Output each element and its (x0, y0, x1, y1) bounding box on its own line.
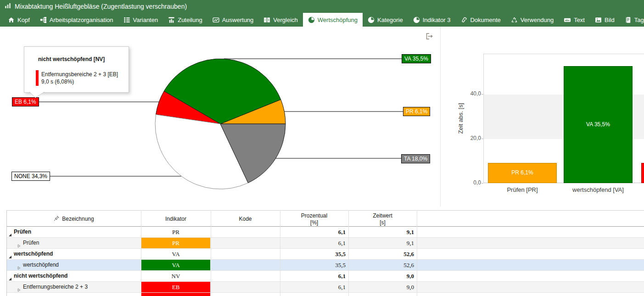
table-grid-line (141, 210, 141, 296)
cell-zeitwert: 9,1 (348, 227, 414, 237)
y-tick-mark (482, 139, 483, 139)
bar-value-label: VA 35,5% (586, 121, 610, 128)
cell-indicator-chip: EB (141, 282, 210, 292)
home-icon (8, 17, 15, 23)
pie-callout-va[interactable]: VA 35,5% (402, 54, 431, 63)
column-header-bezeichnung[interactable]: Bezeichnung (6, 211, 141, 227)
paperclip-icon (460, 17, 467, 23)
cell-zeitwert: 9,0 (348, 271, 414, 281)
cell-prozentual: 6,1 (280, 271, 346, 281)
cell-indicator: NV (141, 271, 211, 281)
tab-wertsch-pfung[interactable]: Wertschöpfung (303, 13, 363, 27)
table-grid-line (417, 210, 417, 296)
tab-tagebuch[interactable]: Tagebuch (620, 13, 644, 27)
tab-label: Kopf (17, 17, 30, 23)
y-tick-mark (482, 94, 483, 95)
tab-indikator-3[interactable]: Indikator 3 (408, 13, 456, 27)
table-grid-line (280, 210, 280, 296)
tab-label: Auswertung (222, 17, 254, 23)
cell-bezeichnung: nicht wertschöpfend (14, 271, 67, 281)
cell-bezeichnung: wertschöpfend (23, 260, 59, 270)
column-sub-label: [s] (380, 219, 386, 226)
column-header-zeitwert[interactable]: Zeitwert[s] (348, 211, 417, 227)
recycle-icon (511, 17, 518, 23)
cell-kode (211, 260, 280, 270)
cell-kode (211, 293, 280, 296)
tab-bild[interactable]: Bild (590, 13, 620, 27)
table-row[interactable]: PrüfenPR6,19,1 (6, 238, 644, 249)
tab-label: Vergleich (273, 17, 297, 23)
tab-verwendung[interactable]: Verwendung (506, 13, 559, 27)
panel-divider (440, 27, 441, 207)
abc-icon: abc (564, 17, 571, 23)
bar-clipped[interactable] (641, 163, 644, 183)
column-label: Kode (239, 216, 252, 222)
tab-dokumente[interactable]: Dokumente (455, 13, 505, 27)
export-icon[interactable] (424, 31, 434, 41)
table-grid-line (211, 210, 211, 296)
tab-label: Indikator 3 (423, 17, 451, 23)
pie-callout-pr[interactable]: PR 6,1% (403, 107, 430, 116)
cell-bezeichnung: Prüfen (23, 238, 39, 248)
cell-prozentual: 6,1 (280, 238, 346, 248)
column-header-indikator[interactable]: Indikator (141, 211, 211, 227)
app-icon (5, 3, 11, 11)
column-header-kode[interactable]: Kode (211, 211, 280, 227)
tab-label: Bild (605, 17, 615, 23)
cell-kode (211, 271, 280, 281)
tooltip-tail (23, 90, 50, 100)
tab-kopf[interactable]: Kopf (3, 13, 35, 27)
tab-text[interactable]: abcText (559, 13, 590, 27)
y-tick-label: 40,0 (463, 90, 481, 97)
cell-bezeichnung: wertschöpfend (14, 249, 53, 259)
tab-vergleich[interactable]: Vergleich (258, 13, 302, 27)
pie-callout-ta[interactable]: TA 18,0% (401, 154, 430, 163)
app-window: Mixabtaktung Heißluftgebläse (Zugentlast… (0, 0, 644, 296)
tab-zuteilung[interactable]: Zuteilung (163, 13, 207, 27)
y-axis-title: Zeit abs. [s] (457, 103, 464, 134)
cell-indicator: VA (141, 249, 211, 259)
tooltip-color-marker (36, 70, 39, 86)
table-row[interactable]: Entfernungsbereiche 2 + 3EB6,19,0 (6, 282, 644, 293)
tab-label: Dokumente (470, 17, 500, 23)
report-icon (213, 17, 219, 23)
table-row[interactable]: wertschöpfendVA35,552,6 (6, 260, 644, 271)
compare-icon (263, 17, 270, 23)
y-tick-label: 20,0 (463, 135, 481, 141)
table-row[interactable] (6, 293, 644, 296)
pie-icon (413, 17, 420, 23)
cell-zeitwert: 9,0 (348, 282, 414, 292)
tab-label: Varianten (133, 17, 158, 23)
tab-label: Arbeitsplatzorganisation (50, 17, 113, 23)
svg-text:abc: abc (565, 18, 570, 21)
cell-bezeichnung: Prüfen (14, 227, 31, 237)
image-icon (595, 17, 602, 23)
tab-label: Text (574, 17, 585, 23)
pie-callout-none[interactable]: NONE 34,3% (11, 172, 50, 181)
cell-zeitwert: 52,6 (348, 249, 414, 259)
y-tick-mark (482, 183, 483, 184)
tooltip-line2: 9,0 s (6,08%) (41, 78, 74, 85)
column-label: Indikator (165, 216, 186, 222)
tab-kategorie[interactable]: Kategorie (363, 13, 408, 27)
tab-auswertung[interactable]: Auswertung (207, 13, 259, 27)
cell-indicator-chip (141, 293, 210, 296)
cell-indicator-chip: PR (141, 238, 210, 248)
table-row[interactable]: wertschöpfendVA35,552,6 (6, 249, 644, 260)
table-row[interactable]: nicht wertschöpfendNV6,19,0 (6, 271, 644, 282)
y-tick-label: 0,0 (463, 179, 481, 186)
table-row[interactable]: PrüfenPR6,19,1 (6, 227, 644, 238)
tab-label: Tagebuch (634, 17, 644, 23)
title-bar: Mixabtaktung Heißluftgebläse (Zugentlast… (0, 0, 644, 13)
tooltip-line1: Entfernungsbereiche 2 + 3 [EB] (41, 71, 118, 78)
cell-bezeichnung: Entfernungsbereiche 2 + 3 (23, 282, 88, 292)
x-axis-category: wertschöpfend [VA] (572, 186, 624, 193)
cell-prozentual (280, 293, 346, 296)
cell-prozentual: 6,1 (280, 227, 346, 237)
tab-varianten[interactable]: Varianten (118, 13, 163, 27)
bar-value-label: PR 6,1% (511, 169, 533, 176)
tab-arbeitsplatzorganisation[interactable]: Arbeitsplatzorganisation (35, 13, 118, 27)
column-header-prozentual[interactable]: Prozentual[%] (280, 211, 348, 227)
column-label: Bezeichnung (62, 216, 94, 222)
cell-indicator: PR (141, 227, 211, 237)
